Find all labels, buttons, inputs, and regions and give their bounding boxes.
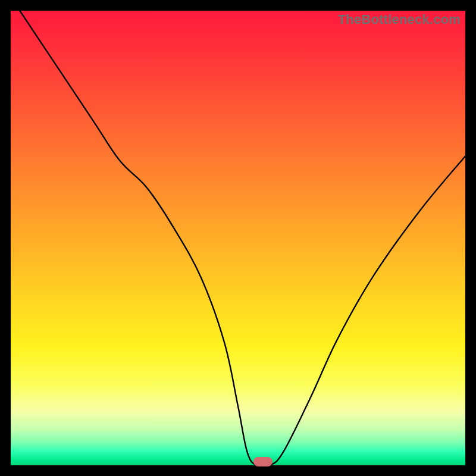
optimal-marker — [253, 457, 273, 466]
plot-area: TheBottleneck.com — [11, 11, 465, 465]
bottleneck-curve — [11, 11, 465, 465]
chart-frame: TheBottleneck.com — [0, 0, 476, 476]
curve-path — [20, 11, 465, 467]
